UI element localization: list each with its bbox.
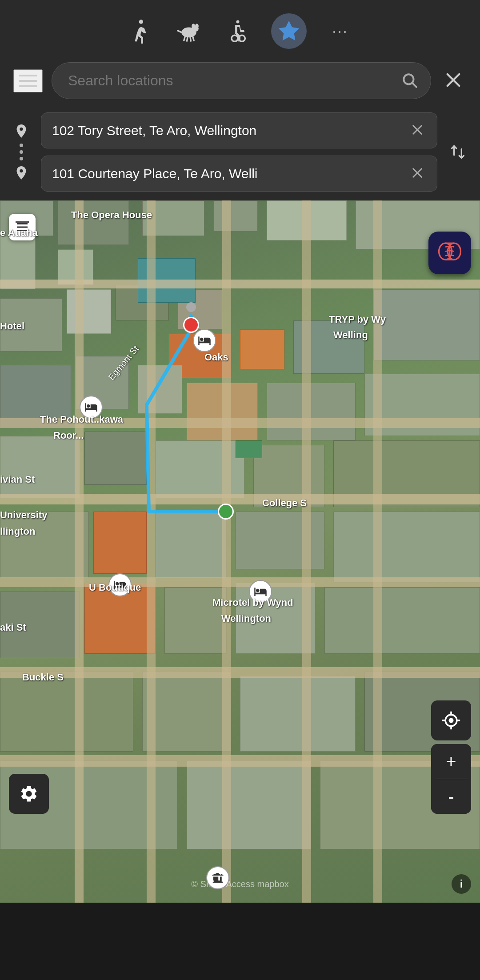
building (373, 289, 480, 360)
hamburger-line (19, 75, 37, 76)
road (0, 280, 480, 288)
settings-gear-icon (19, 784, 39, 804)
dog-mode-button[interactable] (173, 16, 204, 47)
building (236, 440, 262, 458)
hotel-pin-oaks[interactable] (193, 329, 216, 352)
road (0, 755, 480, 767)
clear-destination-icon (411, 167, 424, 179)
road-v (147, 200, 156, 903)
more-options-button[interactable]: ··· (324, 16, 356, 47)
building (84, 432, 147, 485)
search-button[interactable] (396, 67, 422, 94)
road (0, 418, 480, 428)
clear-origin-button[interactable] (408, 121, 426, 140)
favorites-button[interactable] (271, 13, 307, 49)
building (240, 676, 356, 752)
svg-marker-13 (279, 21, 300, 40)
road-v (373, 200, 382, 903)
close-search-button[interactable] (440, 67, 467, 95)
clear-destination-button[interactable] (408, 164, 426, 183)
destination-input-row (41, 156, 437, 192)
wheelchair-mode-button[interactable] (222, 16, 253, 47)
building (138, 365, 182, 414)
menu-button[interactable] (13, 69, 43, 92)
zoom-out-button[interactable]: - (431, 779, 471, 814)
svg-rect-28 (16, 221, 29, 224)
building (58, 200, 129, 245)
building (0, 365, 71, 427)
hamburger-line (19, 80, 37, 82)
star-icon (276, 19, 301, 44)
building (0, 298, 62, 352)
my-location-button[interactable] (431, 700, 471, 740)
building (142, 672, 231, 752)
route-area (0, 108, 480, 200)
map-attribution: © Smart Access mapbox (191, 879, 288, 889)
building (267, 383, 356, 440)
road (0, 494, 480, 504)
svg-point-34 (449, 718, 454, 723)
svg-line-7 (190, 37, 191, 41)
hotel-pin-microtel[interactable] (249, 580, 272, 603)
svg-line-9 (178, 31, 181, 32)
building (187, 760, 311, 849)
destination-pin-icon (13, 165, 29, 181)
building (156, 512, 227, 578)
svg-line-8 (192, 36, 194, 40)
road-v (222, 200, 231, 903)
walk-mode-button[interactable] (124, 16, 156, 47)
origin-marker (183, 317, 199, 333)
swap-icon (449, 143, 467, 161)
brain-icon (435, 238, 464, 268)
road (0, 667, 480, 678)
map-area[interactable]: The Opera House e Auaha Hotel TRYP by Wy… (0, 200, 480, 903)
origin-input[interactable] (52, 123, 402, 138)
more-dots-icon: ··· (332, 22, 348, 40)
location-crosshair-icon (441, 711, 461, 730)
building (333, 512, 480, 583)
road (0, 577, 480, 587)
building (93, 512, 147, 574)
road-v (75, 200, 84, 903)
svg-point-0 (139, 20, 143, 24)
building (324, 587, 480, 654)
svg-point-3 (192, 24, 195, 28)
svg-line-15 (412, 83, 416, 87)
search-input[interactable] (52, 62, 431, 99)
destination-marker (218, 504, 234, 520)
close-icon (444, 71, 462, 89)
clear-origin-icon (411, 124, 424, 136)
hotel-pin-uboutique[interactable] (108, 573, 132, 596)
zoom-in-button[interactable]: + (431, 744, 471, 779)
brain-app-icon[interactable] (428, 232, 471, 274)
building (240, 329, 284, 369)
dog-icon (176, 19, 201, 44)
building (0, 436, 80, 498)
hotel-bed-icon-4 (254, 585, 267, 598)
hotel-pin-pohoutukawa[interactable] (80, 396, 103, 419)
swap-directions-button[interactable] (444, 139, 471, 165)
hotel-bed-icon-3 (113, 578, 127, 592)
info-button[interactable]: i (452, 874, 471, 894)
museum-icon-bottom (211, 871, 224, 884)
building (0, 592, 80, 658)
hamburger-line (19, 85, 37, 87)
origin-input-row (41, 112, 437, 148)
search-icon (401, 72, 418, 88)
route-start-marker (186, 302, 196, 312)
building (0, 672, 133, 752)
hotel-bed-icon (198, 334, 211, 347)
origin-pin-icon (13, 123, 29, 139)
wheelchair-icon (225, 19, 250, 44)
museum-pin[interactable] (9, 214, 36, 240)
svg-point-10 (236, 20, 240, 24)
settings-button[interactable] (9, 774, 49, 814)
svg-line-5 (184, 36, 185, 40)
route-pin-column (9, 123, 34, 181)
walking-icon (128, 19, 152, 44)
destination-input[interactable] (52, 166, 402, 181)
svg-line-6 (187, 37, 188, 41)
museum-pin-bottom[interactable] (206, 866, 229, 889)
museum-icon (14, 219, 30, 235)
map-controls: + - (431, 700, 471, 814)
